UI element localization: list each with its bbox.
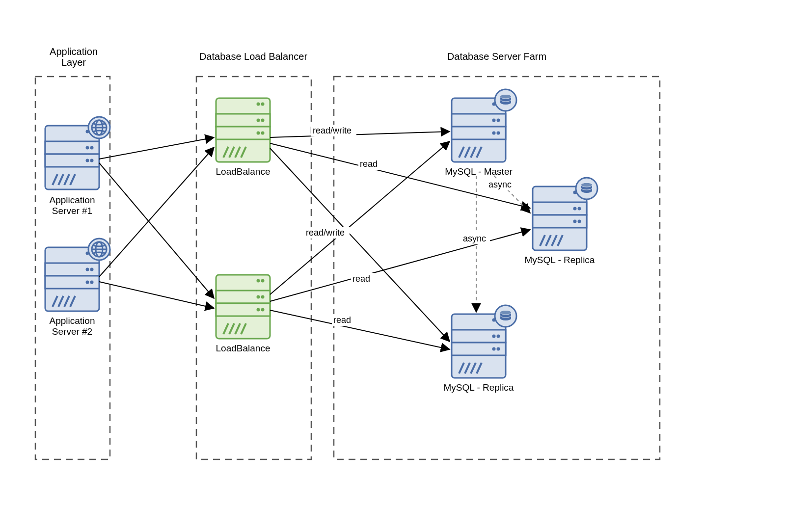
architecture-diagram: { "groups": { "app": {"title": "Applicat… bbox=[0, 0, 812, 532]
svg-text:ApplicationServer #1: ApplicationServer #1 bbox=[50, 195, 95, 216]
svg-text:LoadBalance: LoadBalance bbox=[216, 343, 271, 353]
edge-label-async: async bbox=[488, 180, 512, 189]
node-mysql-replica-2 bbox=[452, 305, 516, 378]
edge-label-read: read bbox=[333, 315, 351, 325]
svg-text:MySQL - Replica: MySQL - Replica bbox=[444, 382, 514, 393]
svg-text:ApplicationLayer: ApplicationLayer bbox=[50, 46, 98, 68]
node-mysql-replica-1 bbox=[533, 178, 597, 250]
edge-lb2-replica2 bbox=[270, 310, 450, 349]
group-title-db: Database Server Farm bbox=[447, 51, 546, 62]
group-title-app-1: Application bbox=[50, 46, 98, 57]
edge-lb1-replica2 bbox=[270, 148, 450, 342]
globe-icon bbox=[88, 239, 110, 260]
edge-app2-lb2 bbox=[99, 282, 214, 308]
node-loadbalance-1 bbox=[216, 98, 270, 162]
edge-label-async: async bbox=[463, 234, 486, 243]
edge-lb1-master bbox=[270, 132, 450, 137]
svg-text:MySQL - Replica: MySQL - Replica bbox=[525, 255, 595, 265]
edge-label-readwrite: read/write bbox=[306, 228, 345, 238]
edge-label-read: read bbox=[352, 274, 370, 284]
edge-label-readwrite: read/write bbox=[313, 126, 352, 135]
node-loadbalance-2 bbox=[216, 275, 270, 339]
svg-text:LoadBalance: LoadBalance bbox=[216, 166, 271, 177]
node-mysql-master bbox=[452, 89, 516, 162]
database-icon bbox=[495, 89, 516, 111]
globe-icon bbox=[88, 117, 110, 138]
database-icon bbox=[576, 178, 597, 199]
node-app-server-2 bbox=[45, 239, 110, 311]
node-app-server-1 bbox=[45, 117, 110, 189]
svg-text:MySQL - Master: MySQL - Master bbox=[445, 166, 513, 177]
svg-text:ApplicationServer #2: ApplicationServer #2 bbox=[50, 316, 95, 337]
group-title-lb: Database Load Balancer bbox=[199, 51, 307, 62]
edge-lb2-replica1 bbox=[270, 230, 530, 301]
database-icon bbox=[495, 305, 516, 327]
edge-label-read: read bbox=[360, 159, 378, 169]
group-title-app-2: Layer bbox=[61, 57, 86, 68]
